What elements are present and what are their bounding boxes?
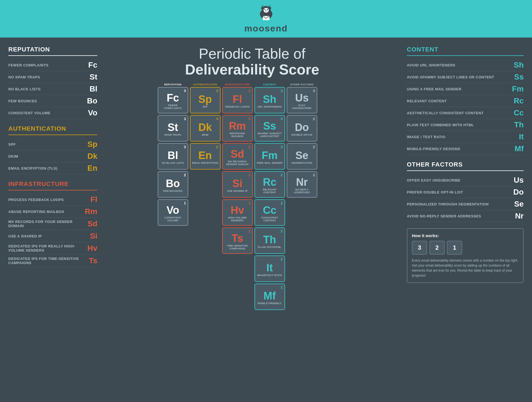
svg-point-5 [265, 11, 266, 11]
infrastructure-section: INFRASTRUCTURE PROCESS FEEDBACK LOOPS Fl… [8, 180, 97, 267]
periodic-cell-sh: 3 Sh URL Shorteners [254, 87, 285, 113]
cell-symbol: Us [295, 93, 309, 103]
other-right-label: OFFER EASY UNSUBSCRIBE [407, 178, 514, 182]
periodic-cell-fl: 3 Fl Feedback Loops [222, 87, 253, 113]
other-right-label: AVOID NO-REPLY SENDER ADDRESSES [407, 214, 515, 218]
reputation-item-symbol: Bl [90, 85, 97, 93]
right-sidebar: CONTENT AVOID URL SHORTENERS Sh AVOID SP… [401, 46, 524, 310]
infrastructure-item: USE A SHARED IP Si [8, 230, 97, 242]
cell-name: URL Shorteners [258, 105, 282, 108]
cell-symbol: Nr [296, 177, 308, 187]
authentication-item: DKIM Dk [8, 150, 97, 162]
col-header-authentication: AUTHENTICATION [190, 83, 221, 86]
periodic-cell-hv: 1 Hv High Volume Senders [222, 199, 253, 226]
cell-symbol: Do [295, 122, 309, 133]
cell-name: Time-Sensitive Campaigns [224, 244, 251, 250]
grid-row: 3 Bl No Black Lists 2 En Email Encryptio… [158, 143, 347, 170]
cell-symbol: Fl [233, 94, 242, 105]
cell-name: High Volume Senders [224, 216, 251, 222]
content-right-item: IMAGE / TEXT RATIO It [407, 131, 524, 143]
content-right-label: AVOID URL SHORTENERS [407, 63, 514, 67]
reputation-item-label: FEWER COMPLAINTS [8, 63, 49, 67]
other-factors-title: OTHER FACTORS [407, 161, 524, 168]
cell-name: MX Records/ Sender Domain [224, 160, 251, 166]
how-it-works-box: How it works: 321 Every email deliverabi… [407, 228, 524, 283]
cell-symbol: Rc [263, 177, 276, 187]
cell-number: 3 [281, 89, 283, 93]
cell-symbol: Th [263, 234, 276, 245]
svg-point-6 [266, 11, 267, 11]
authentication-item: EMAIL ENCRYPTION (TLS) En [8, 162, 97, 174]
periodic-cell-fm: 3 Fm Free Mail Sender [254, 143, 285, 170]
svg-point-2 [263, 8, 269, 13]
infrastructure-item-label: USE A SHARED IP [8, 234, 42, 238]
cell-number: 1 [184, 201, 186, 205]
cell-number: 3 [281, 145, 283, 149]
reputation-item-symbol: St [90, 73, 97, 81]
cell-number: 2 [281, 173, 283, 177]
infrastructure-item-symbol: Fl [90, 196, 97, 204]
infrastructure-item-symbol: Si [90, 232, 97, 240]
infrastructure-item-symbol: Rm [85, 208, 97, 215]
periodic-cell-dk: 3 Dk DKIM [190, 115, 221, 142]
periodic-cell-si: 1 Si Use Shared IP [222, 171, 253, 198]
other-right-symbol: Do [513, 188, 524, 196]
left-sidebar: REPUTATION FEWER COMPLAINTS Fc NO SPAM T… [8, 46, 103, 310]
cell-symbol: Sd [231, 149, 244, 159]
other-right-symbol: Us [514, 176, 524, 184]
other-right-item: AVOID NO-REPLY SENDER ADDRESSES Nr [407, 210, 524, 222]
title-line2: Deliverability Score [185, 62, 319, 78]
col-headers: REPUTATION AUTHENTICATION INFRASTRUCTURE… [158, 83, 347, 86]
cell-symbol: Fm [262, 150, 278, 161]
how-it-works-score-box: 2 [429, 241, 445, 255]
reputation-item-label: NO SPAM TRAPS [8, 75, 40, 79]
content-right-symbol: Mf [514, 145, 524, 153]
content-section: CONTENT AVOID URL SHORTENERS Sh AVOID SP… [407, 46, 524, 155]
cell-symbol: Dk [198, 122, 212, 133]
cell-number: 3 [281, 117, 283, 121]
cell-name: Spam Traps [164, 133, 181, 137]
reputation-section: REPUTATION FEWER COMPLAINTS Fc NO SPAM T… [8, 46, 97, 119]
cell-symbol: St [168, 122, 178, 133]
infrastructure-item-label: MX RECORDS FOR YOUR SENDER DOMAIN [8, 220, 87, 228]
cell-number: 1 [281, 285, 283, 289]
infrastructure-item: DEDICATED IPS FOR TIME-SENSITIVE CAMPAIG… [8, 255, 97, 267]
reputation-item-symbol: Bo [87, 97, 97, 105]
cell-symbol: Sh [263, 94, 276, 105]
content-section-title: CONTENT [407, 46, 524, 53]
periodic-cell-se: 2 Se Segmentation [287, 143, 317, 170]
cell-symbol: Ss [263, 121, 276, 131]
reputation-item: NO SPAM TRAPS St [8, 71, 97, 83]
content-right-symbol: Ss [514, 73, 524, 81]
grid-row: 2 It Image/Text Ratio [158, 255, 347, 282]
content-right-item: AESTHETICALLY CONSISTENT CONTENT Cc [407, 107, 524, 119]
reputation-item-label: FEW BOUNCES [8, 99, 37, 103]
infrastructure-item: PROCESS FEEDBACK LOOPS Fl [8, 194, 97, 206]
cell-name: Mobile Friendly [258, 302, 281, 305]
periodic-cell-bo: 2 Bo Few Bounces [158, 171, 188, 198]
infrastructure-item-label: DEDICATED IPS FOR REALLY HIGH-VOLUME SEN… [8, 244, 87, 252]
cell-name: Consistent Content [257, 216, 283, 222]
infrastructure-items: PROCESS FEEDBACK LOOPS Fl ABUSE REPORTIN… [8, 194, 97, 267]
cell-number: 2 [281, 257, 283, 261]
content-right-label: USING A FREE MAIL SENDER [407, 87, 512, 91]
content-right-symbol: Rc [514, 97, 524, 105]
svg-point-4 [267, 9, 268, 10]
cell-symbol: Hv [231, 205, 244, 215]
reputation-item-label: CONSISTENT VOLUME [8, 111, 51, 115]
cell-name: Fewer Complaints [160, 104, 186, 110]
content-right-symbol: Fm [512, 85, 524, 93]
cell-number: 3 [248, 89, 250, 93]
cell-number: 2 [281, 229, 283, 233]
reputation-item: FEWER COMPLAINTS Fc [8, 59, 97, 71]
other-right-symbol: Se [514, 200, 524, 208]
periodic-cell-rc: 2 Rc Relevant Content [254, 171, 285, 198]
cell-symbol: Se [295, 150, 308, 161]
cell-name: Segmentation [291, 162, 312, 165]
cell-symbol: Cc [263, 205, 276, 215]
cell-number: 2 [281, 201, 283, 205]
content-right-item: RELEVANT CONTENT Rc [407, 95, 524, 107]
periodic-cell-th: 2 Th Plain Text/HTML [254, 227, 285, 254]
cell-name: Spammy Subject Line/Content [257, 132, 283, 138]
cell-symbol: Sp [198, 94, 212, 105]
